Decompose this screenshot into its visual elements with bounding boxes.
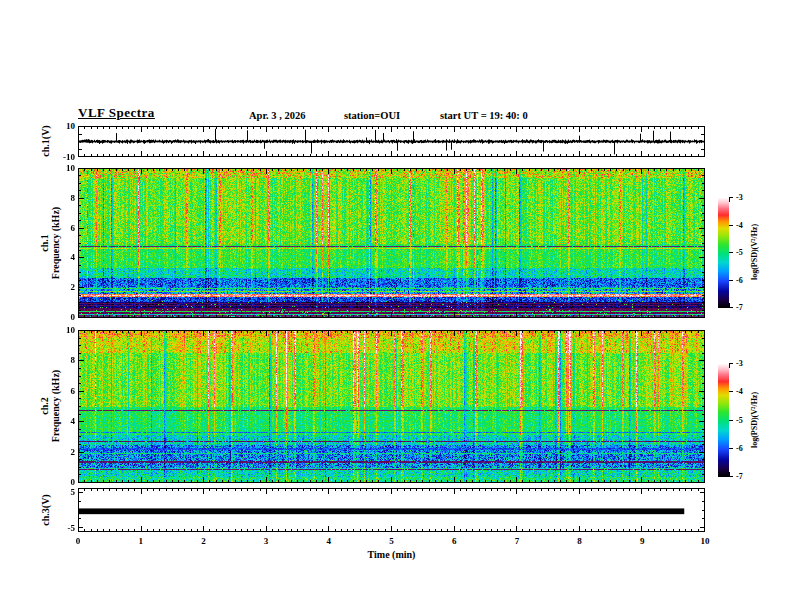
colorbar-tick-label: -3: [736, 359, 754, 369]
ch1-wave-ytick-label: 10: [45, 121, 75, 131]
x-tick-label: 5: [380, 536, 404, 546]
ch3-wave-ylabel: ch.3(V): [40, 494, 51, 525]
ch3-wave-ytick-label: 5: [45, 487, 75, 497]
x-tick-label: 6: [442, 536, 466, 546]
colorbar-1-canvas: [718, 197, 734, 308]
x-tick-label: 3: [254, 536, 278, 546]
ch1-spec-ytick-label: 6: [45, 223, 75, 233]
station-label: station=OUI: [344, 110, 400, 121]
ch3-wave-ytick-label: -5: [45, 523, 75, 533]
x-tick-label: 7: [505, 536, 529, 546]
x-tick-label: 2: [191, 536, 215, 546]
figure-title: VLF Spectra: [78, 105, 155, 121]
ch2-spec-ytick-label: 0: [45, 477, 75, 487]
ch1-spec-ylabel-channel: ch.1: [39, 207, 50, 279]
date-label: Apr. 3 , 2026: [249, 110, 306, 121]
ch1-spec-ytick-label: 10: [45, 163, 75, 173]
colorbar-tick-label: -5: [736, 416, 754, 426]
ch2-spec-ylabel: ch.2 Frequency (kHz): [39, 370, 61, 442]
colorbar-tick-label: -4: [736, 221, 754, 231]
colorbar-tick-label: -3: [736, 193, 754, 203]
ch2-spec-ylabel-axis: Frequency (kHz): [50, 370, 61, 442]
colorbar-tick-label: -6: [736, 276, 754, 286]
ch2-spec-ytick-label: 6: [45, 386, 75, 396]
ch1-spec-ylabel-axis: Frequency (kHz): [50, 207, 61, 279]
ch2-spec-ytick-label: 10: [45, 325, 75, 335]
colorbar-tick-label: -4: [736, 387, 754, 397]
ch2-spec-ytick-label: 4: [45, 416, 75, 426]
x-tick-label: 1: [129, 536, 153, 546]
x-tick-label: 4: [317, 536, 341, 546]
colorbar-tick-label: -6: [736, 444, 754, 454]
ch3-waveform-canvas: [78, 488, 705, 532]
xaxis-title: Time (min): [340, 549, 443, 560]
start-ut-label: start UT = 19: 40: 0: [440, 110, 528, 121]
ch2-spectrogram-canvas: [78, 330, 705, 483]
ch1-spec-ylabel: ch.1 Frequency (kHz): [39, 207, 61, 279]
colorbar-tick-label: -7: [736, 303, 754, 313]
colorbar-2-canvas: [718, 363, 734, 477]
colorbar-tick-label: -5: [736, 248, 754, 258]
ch1-waveform-canvas: [78, 126, 705, 157]
x-tick-label: 0: [66, 536, 90, 546]
x-tick-label: 9: [630, 536, 654, 546]
ch1-spec-ytick-label: 0: [45, 312, 75, 322]
vlf-spectra-figure: VLF Spectra Apr. 3 , 2026 station=OUI st…: [0, 0, 792, 612]
ch2-spec-ylabel-channel: ch.2: [39, 370, 50, 442]
ch1-wave-ytick-label: -10: [45, 152, 75, 162]
colorbar-tick-label: -7: [736, 472, 754, 482]
x-tick-label: 8: [568, 536, 592, 546]
ch1-spec-ytick-label: 8: [45, 193, 75, 203]
ch2-spec-ytick-label: 2: [45, 447, 75, 457]
ch1-spectrogram-canvas: [78, 168, 705, 318]
ch1-spec-ytick-label: 4: [45, 252, 75, 262]
x-tick-label: 10: [693, 536, 717, 546]
ch1-spec-ytick-label: 2: [45, 282, 75, 292]
ch2-spec-ytick-label: 8: [45, 355, 75, 365]
